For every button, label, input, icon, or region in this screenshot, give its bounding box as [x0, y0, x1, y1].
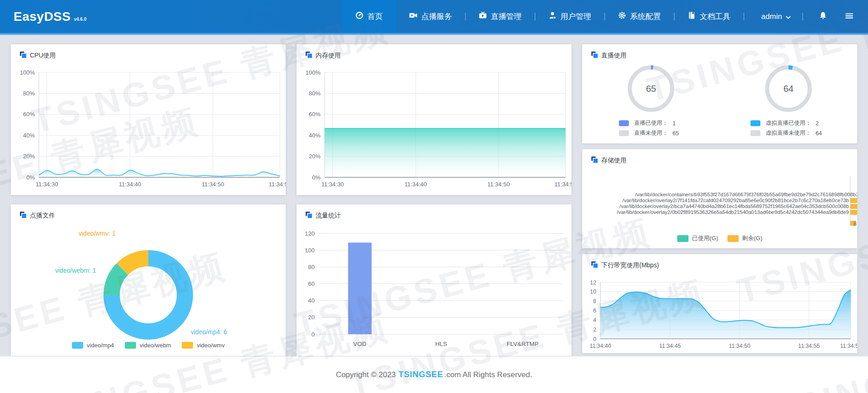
svg-text:100%: 100% [20, 69, 35, 76]
nav-label: 点播服务 [421, 11, 452, 22]
svg-text:VOD: VOD [353, 341, 367, 347]
user-menu[interactable]: admin [761, 12, 791, 21]
legend-label: 虚拟直播未使用： [766, 129, 811, 137]
live-gauge: 65 [626, 63, 676, 116]
nav-label: 系统配置 [630, 11, 661, 22]
svg-text:11:34:30: 11:34:30 [36, 181, 58, 188]
nav-divider [802, 13, 803, 20]
legend-value: 65 [673, 130, 684, 137]
nav-label: 文档工具 [700, 11, 731, 22]
user-icon [548, 11, 557, 22]
legend-item-remaining[interactable]: 剩余(G) [727, 234, 763, 242]
legend-row: 直播已使用： 1 [619, 119, 684, 127]
column-left: CPU使用 0%20%40%60%80%100%11:34:3011:34:40… [11, 44, 286, 356]
legend-label: 已使用(G) [692, 234, 718, 242]
vod-camera-icon [409, 11, 417, 22]
svg-text:2: 2 [593, 327, 596, 333]
legend-row: 虚拟直播已使用： 2 [750, 119, 826, 127]
storage-path: /var/lib/docker/overlay2/bca7a44740bd4a2… [582, 204, 849, 209]
panel-storage-usage: 存储使用 /var/lib/docker/containers/b93f553f… [582, 149, 857, 248]
storage-bar-remaining [850, 210, 857, 215]
column-middle: 内存使用 0%20%40%60%80%100%11:34:3011:34:401… [297, 44, 571, 356]
menu-button[interactable] [840, 8, 858, 26]
app-logo[interactable]: EasyDSS v4.6.0 [14, 9, 86, 24]
legend-label: 剩余(G) [742, 234, 763, 242]
virtual-live-gauge: 64 [763, 63, 814, 116]
storage-legend: 已使用(G) 剩余(G) [582, 234, 857, 242]
panel-header: 流量统计 [297, 204, 571, 220]
legend-label: 直播已使用： [634, 119, 668, 127]
panel-title: 内存使用 [316, 52, 341, 60]
notifications-button[interactable] [814, 8, 832, 26]
nav-item-system-config[interactable]: 系统配置 [605, 0, 674, 33]
bell-icon [819, 11, 827, 22]
legend-swatch [677, 235, 689, 242]
svg-text:11:34:45: 11:34:45 [659, 343, 681, 349]
memory-usage-chart: 0%20%40%60%80%100%11:34:3011:34:4011:34:… [297, 64, 571, 194]
legend-label: video/wmv [197, 342, 224, 349]
legend-item-mp4[interactable]: video/mp4 [72, 342, 114, 349]
storage-bar-remaining [850, 204, 857, 209]
svg-text:65: 65 [646, 84, 656, 94]
svg-text:80: 80 [308, 264, 315, 270]
virtual-live-gauge-legend: 虚拟直播已使用： 2 虚拟直播未使用： 64 [750, 119, 826, 137]
traffic-bar-chart: 020406080100120VODHLSFLV&RTMP [297, 224, 571, 355]
nav-item-doc-tools[interactable]: 文档工具 [675, 0, 744, 33]
svg-text:FLV&RTMP: FLV&RTMP [507, 341, 539, 347]
svg-text:11:34:50: 11:34:50 [487, 181, 510, 188]
svg-text:60: 60 [308, 280, 315, 287]
legend-value: 64 [816, 130, 826, 137]
legend-label: 虚拟直播已使用： [766, 119, 811, 127]
legend-item-webm[interactable]: video/webm [125, 342, 171, 349]
panel-chart-icon [591, 156, 598, 165]
svg-text:40%: 40% [309, 132, 321, 139]
top-navbar: EasyDSS v4.6.0 首页 点播服务 直播管理 用户管理 系统配置 [0, 0, 868, 33]
app-version: v4.6.0 [74, 17, 86, 22]
panel-chart-icon [306, 52, 312, 60]
legend-row: 直播未使用： 65 [619, 129, 684, 137]
panel-title: 直播使用 [601, 52, 627, 60]
nav-item-home[interactable]: 首页 [342, 0, 396, 33]
nav-item-user-management[interactable]: 用户管理 [535, 0, 604, 33]
panel-memory-usage: 内存使用 0%20%40%60%80%100%11:34:3011:34:401… [297, 44, 571, 195]
app-title: EasyDSS [14, 9, 71, 24]
panel-cpu-usage: CPU使用 0%20%40%60%80%100%11:34:3011:34:40… [11, 44, 286, 195]
panel-title: 下行带宽使用(Mbps) [601, 261, 659, 270]
svg-text:11:34:58: 11:34:58 [554, 181, 571, 188]
svg-text:120: 120 [305, 230, 315, 237]
navbar-accent-strip [0, 33, 868, 35]
nav-label: 用户管理 [561, 11, 591, 22]
legend-item-used[interactable]: 已使用(G) [677, 234, 718, 242]
svg-text:11:34:40: 11:34:40 [119, 181, 142, 188]
svg-text:11:34:40: 11:34:40 [405, 181, 427, 188]
legend-swatch [72, 342, 83, 349]
svg-text:20%: 20% [309, 153, 321, 160]
dashboard: CPU使用 0%20%40%60%80%100%11:34:3011:34:40… [0, 35, 868, 356]
donut-callout-mp4: video/mp4: 6 [191, 328, 227, 336]
legend-row: 虚拟直播未使用： 64 [750, 129, 826, 137]
username: admin [761, 12, 782, 21]
panel-traffic-stats: 流量统计 020406080100120VODHLSFLV&RTMP [297, 204, 571, 356]
svg-text:40: 40 [308, 297, 315, 304]
copyright-suffix: .com All Rights Reserved. [444, 370, 532, 379]
live-gauge-block: 65 直播已使用： 1 直播未使用： 65 [582, 63, 720, 143]
panel-live-usage: 直播使用 65 直播已使用： 1 直播未使用： 65 [582, 44, 857, 143]
hamburger-icon [845, 12, 854, 22]
panel-title: CPU使用 [30, 52, 56, 60]
nav-item-vod-service[interactable]: 点播服务 [396, 0, 465, 33]
nav-label: 首页 [368, 11, 383, 22]
panel-chart-icon [306, 212, 312, 220]
svg-text:60%: 60% [309, 111, 321, 118]
bandwidth-chart: 02468101211:34:4011:34:4511:34:5011:34:5… [582, 270, 857, 353]
legend-item-wmv[interactable]: video/wmv [182, 342, 224, 349]
legend-swatch [619, 120, 629, 126]
main-nav: 首页 点播服务 直播管理 用户管理 系统配置 文档工具 [342, 0, 744, 33]
chevron-down-icon [786, 12, 791, 21]
live-gauge-legend: 直播已使用： 1 直播未使用： 65 [619, 119, 684, 137]
legend-value: 2 [816, 120, 826, 127]
live-tv-icon [479, 11, 487, 22]
panel-title: 存储使用 [601, 156, 627, 165]
nav-item-live-management[interactable]: 直播管理 [466, 0, 535, 33]
legend-swatch [750, 120, 760, 126]
svg-text:80%: 80% [309, 90, 321, 97]
